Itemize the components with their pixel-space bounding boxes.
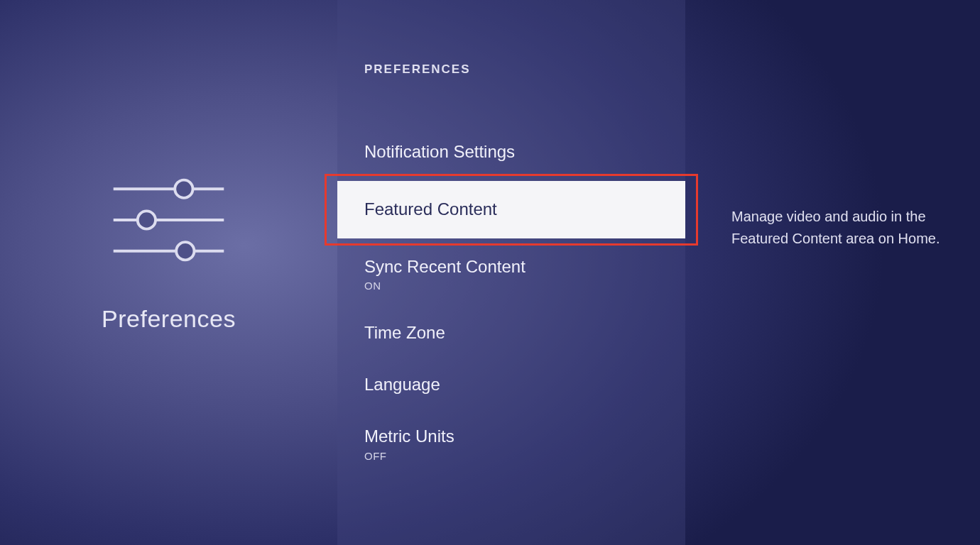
svg-point-3 [138, 211, 156, 229]
svg-point-1 [175, 180, 192, 197]
menu-item-label: Time Zone [364, 323, 658, 343]
item-description: Manage video and audio in the Featured C… [731, 206, 952, 250]
sliders-icon [107, 170, 231, 270]
menu-list: Notification SettingsFeatured ContentSyn… [337, 126, 685, 478]
menu-item-label: Sync Recent Content [364, 257, 658, 277]
left-category-panel: Preferences [0, 0, 337, 545]
menu-item-label: Language [364, 375, 658, 395]
menu-item-time-zone[interactable]: Time Zone [337, 307, 685, 359]
menu-item-label: Metric Units [364, 426, 658, 447]
panel-header: PREFERENCES [337, 62, 685, 77]
menu-item-label: Notification Settings [364, 142, 658, 163]
menu-item-sublabel: ON [364, 280, 658, 292]
menu-item-metric-units[interactable]: Metric UnitsOFF [337, 411, 685, 478]
menu-item-label: Featured Content [364, 199, 658, 220]
menu-item-notification-settings[interactable]: Notification Settings [337, 126, 685, 178]
description-panel: Manage video and audio in the Featured C… [685, 0, 980, 545]
menu-item-sublabel: OFF [364, 450, 658, 462]
menu-item-language[interactable]: Language [337, 359, 685, 411]
category-title: Preferences [102, 305, 236, 333]
svg-point-5 [176, 242, 194, 260]
menu-item-featured-content[interactable]: Featured Content [337, 181, 685, 238]
menu-item-sync-recent-content[interactable]: Sync Recent ContentON [337, 241, 685, 308]
preferences-menu-panel: PREFERENCES Notification SettingsFeature… [337, 0, 685, 545]
